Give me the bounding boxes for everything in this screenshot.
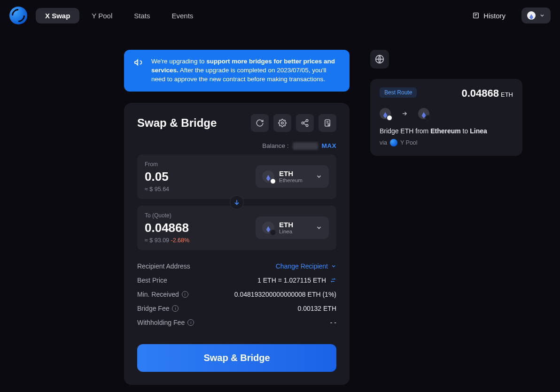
history-icon	[472, 12, 480, 19]
from-token-symbol: ETH	[279, 170, 303, 178]
from-label: From	[145, 161, 169, 168]
change-recipient-label: Change Recipient	[276, 262, 328, 270]
route-desc-from: Ethereum	[430, 127, 461, 135]
from-fiat: ≈ $ 95.64	[145, 186, 169, 192]
nav-tab-ypool[interactable]: Y Pool	[82, 8, 122, 23]
from-amount[interactable]: 0.05	[145, 169, 169, 184]
chevron-down-icon	[316, 224, 322, 231]
change-recipient-button[interactable]: Change Recipient	[276, 262, 336, 270]
swap-bridge-button[interactable]: Swap & Bridge	[137, 344, 336, 372]
chevron-down-icon	[539, 13, 545, 18]
ypool-icon	[390, 139, 397, 146]
eth-icon	[262, 222, 274, 234]
best-price-label: Best Price	[137, 277, 167, 284]
chain-select[interactable]	[521, 8, 551, 23]
route-description: Bridge ETH from Ethereum to Linea	[380, 127, 513, 136]
recipient-label: Recipient Address	[137, 262, 190, 270]
withholding-fee-value: - -	[330, 319, 336, 326]
best-price-value: 1 ETH = 1.027115 ETH	[257, 277, 326, 284]
nav-tab-events[interactable]: Events	[162, 8, 202, 23]
route-desc-to: Linea	[470, 127, 487, 135]
svg-point-2	[306, 119, 308, 122]
route-card[interactable]: Best Route 0.04868ETH Bridge ETH from Et…	[370, 79, 522, 156]
to-label: To (Quote)	[145, 212, 189, 219]
share-button[interactable]	[296, 114, 314, 132]
svg-point-6	[328, 124, 330, 126]
info-icon[interactable]: i	[187, 319, 194, 326]
svg-point-1	[281, 122, 284, 124]
from-token-network: Ethereum	[279, 177, 303, 183]
min-received-label: Min. Received	[137, 291, 179, 298]
best-route-badge: Best Route	[380, 87, 417, 98]
balance-label: Balance :	[262, 142, 288, 149]
route-desc-mid: to	[461, 127, 470, 135]
route-via-name: Y Pool	[400, 139, 418, 146]
eth-icon	[262, 170, 274, 183]
to-box: To (Quote) 0.04868 ≈ $ 93.09 -2.68% ETH …	[137, 206, 336, 250]
card-title: Swap & Bridge	[137, 116, 217, 130]
ethereum-icon	[527, 11, 536, 20]
arrow-right-icon	[401, 110, 408, 117]
to-fiat: ≈ $ 93.09 -2.68%	[145, 237, 189, 244]
to-token-network: Linea	[279, 229, 293, 234]
from-token-select[interactable]: ETH Ethereum	[256, 165, 329, 188]
max-button[interactable]: MAX	[322, 142, 337, 149]
refresh-button[interactable]	[251, 114, 269, 132]
history-label: History	[483, 12, 506, 20]
to-fiat-delta: -2.68%	[171, 237, 190, 244]
svg-point-4	[306, 124, 308, 127]
to-token-symbol: ETH	[279, 221, 293, 229]
bridge-fee-label: Bridge Fee	[137, 305, 169, 312]
to-amount: 0.04868	[145, 221, 189, 235]
route-desc-pre: Bridge ETH from	[380, 127, 430, 135]
banner-pre: We're upgrading to	[151, 58, 206, 65]
nav-tab-stats[interactable]: Stats	[124, 8, 159, 23]
info-icon[interactable]: i	[182, 291, 188, 298]
receipt-button[interactable]	[319, 114, 336, 132]
history-button[interactable]: History	[466, 8, 512, 23]
swap-card: Swap & Bridge Balan	[124, 103, 350, 385]
nav-tab-xswap[interactable]: X Swap	[36, 8, 79, 23]
eth-icon	[380, 108, 391, 119]
from-box: From 0.05 ≈ $ 95.64 ETH Ethereum	[137, 154, 336, 199]
globe-button[interactable]	[370, 50, 389, 69]
upgrade-banner: We're upgrading to support more bridges …	[124, 50, 350, 92]
banner-text: We're upgrading to support more bridges …	[151, 57, 340, 84]
withholding-fee-label: Withholding Fee	[137, 319, 185, 326]
settings-button[interactable]	[273, 114, 291, 132]
route-via-label: via	[380, 139, 387, 146]
app-logo[interactable]	[9, 7, 27, 24]
bridge-fee-value: 0.00132 ETH	[298, 305, 337, 312]
nav-tabs: X Swap Y Pool Stats Events	[36, 8, 202, 23]
min-received-value: 0.048193200000000008 ETH (1%)	[234, 291, 336, 298]
chevron-down-icon	[316, 173, 322, 180]
megaphone-icon	[133, 57, 144, 68]
eth-icon	[418, 108, 429, 119]
swap-direction-button[interactable]	[230, 195, 244, 209]
route-unit: ETH	[501, 91, 513, 98]
balance-value	[293, 142, 318, 150]
to-fiat-value: ≈ $ 93.09	[145, 237, 171, 244]
svg-point-3	[302, 122, 304, 124]
info-icon[interactable]: i	[172, 305, 179, 312]
swap-icon[interactable]	[330, 277, 336, 284]
route-amount: 0.04868	[461, 87, 499, 99]
to-token-select[interactable]: ETH Linea	[256, 216, 329, 239]
